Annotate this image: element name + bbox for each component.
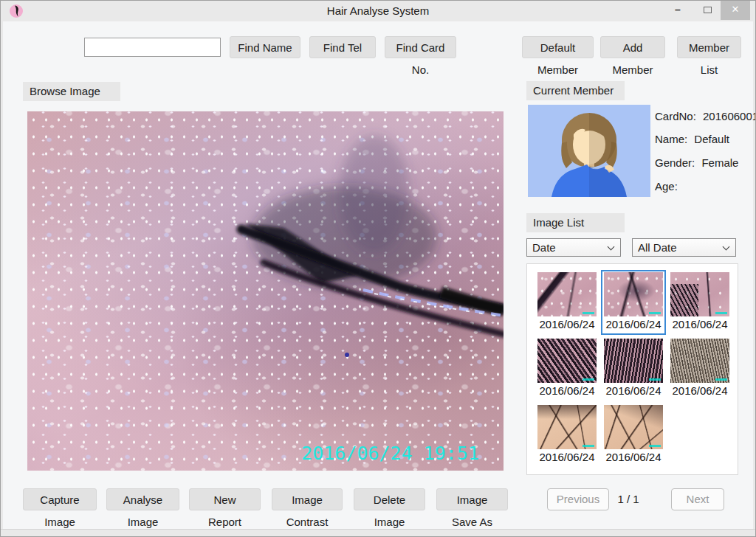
- thumbnail-7[interactable]: 2016/06/24: [535, 403, 599, 468]
- window-title: Hair Analyse System: [1, 1, 755, 21]
- next-button[interactable]: Next: [671, 488, 724, 510]
- thumbnail-panel: 2016/06/24 2016/06/24 2016/06/24 2016/06…: [526, 263, 738, 475]
- browse-image-label: Browse Image: [23, 82, 120, 101]
- member-name-row: Name: Default: [655, 133, 729, 146]
- thumbnail-5-image: [604, 339, 663, 383]
- chevron-down-icon: [608, 243, 615, 251]
- member-cardno-row: CardNo: 201606001: [655, 110, 756, 123]
- cardno-label: CardNo:: [655, 110, 696, 122]
- thumbnail-1[interactable]: 2016/06/24: [535, 270, 599, 335]
- search-input[interactable]: [84, 38, 221, 57]
- thumbnail-4-date: 2016/06/24: [535, 384, 599, 397]
- thumbnail-7-image: [537, 405, 597, 449]
- cardno-value: 201606001: [703, 110, 756, 122]
- thumbnail-3-date: 2016/06/24: [667, 318, 732, 330]
- find-name-button[interactable]: Find Name: [230, 36, 300, 58]
- new-report-button[interactable]: New Report: [189, 488, 261, 510]
- sort-dropdown[interactable]: Date: [526, 238, 621, 257]
- date-filter-value: All Date: [638, 241, 677, 254]
- chevron-down-icon: [723, 243, 730, 251]
- minimize-button[interactable]: –: [665, 1, 690, 20]
- image-save-as-button[interactable]: Image Save As: [436, 488, 508, 510]
- name-value: Default: [694, 133, 729, 145]
- app-window: Hair Analyse System – ✕ Find Name Find T…: [0, 0, 756, 537]
- thumbnail-4-image: [537, 339, 597, 383]
- thumbnail-6-date: 2016/06/24: [667, 384, 732, 397]
- close-button[interactable]: ✕: [721, 1, 750, 20]
- page-indicator: 1 / 1: [609, 488, 647, 510]
- analyse-image-button[interactable]: Analyse Image: [106, 488, 179, 510]
- gender-value: Female: [701, 156, 738, 169]
- thumbnail-5[interactable]: 2016/06/24: [601, 336, 666, 401]
- thumbnail-7-date: 2016/06/24: [535, 451, 599, 463]
- thumbnail-5-date: 2016/06/24: [601, 384, 666, 397]
- sort-dropdown-value: Date: [532, 241, 556, 254]
- maximize-icon: [704, 7, 712, 13]
- member-gender-row: Gender: Female: [655, 156, 738, 170]
- thumbnail-6-image: [670, 339, 729, 383]
- capture-image-button[interactable]: Capture Image: [23, 488, 97, 510]
- name-label: Name:: [655, 133, 687, 145]
- microscope-image: 2016/06/24 19:51: [27, 111, 504, 471]
- find-card-button[interactable]: Find Card No.: [385, 36, 456, 58]
- thumbnail-4[interactable]: 2016/06/24: [535, 336, 599, 401]
- titlebar: Hair Analyse System – ✕: [1, 1, 755, 21]
- thumbnail-2-selected[interactable]: 2016/06/24: [601, 270, 666, 335]
- thumbnail-8-image: [604, 405, 663, 449]
- thumbnail-3-image: [670, 272, 729, 316]
- thumbnail-2-date: 2016/06/24: [602, 318, 664, 330]
- find-tel-button[interactable]: Find Tel: [309, 36, 376, 58]
- member-age-row: Age:: [655, 180, 684, 193]
- image-contrast-button[interactable]: Image Contrast: [272, 488, 343, 510]
- previous-button[interactable]: Previous: [547, 488, 609, 510]
- thumbnail-6[interactable]: 2016/06/24: [667, 336, 732, 401]
- delete-image-button[interactable]: Delete Image: [354, 488, 425, 510]
- gender-label: Gender:: [655, 156, 695, 169]
- image-list-label: Image List: [526, 213, 625, 232]
- thumbnail-3[interactable]: 2016/06/24: [667, 270, 732, 335]
- thumbnail-1-date: 2016/06/24: [535, 318, 599, 330]
- window-frame-bottom: [1, 529, 755, 536]
- default-member-button[interactable]: Default Member: [522, 36, 594, 58]
- current-member-label: Current Member: [526, 81, 625, 100]
- image-timestamp: 2016/06/24 19:51: [301, 443, 479, 464]
- add-member-button[interactable]: Add Member: [600, 36, 665, 58]
- thumbnail-8[interactable]: 2016/06/24: [601, 403, 666, 468]
- date-filter-dropdown[interactable]: All Date: [632, 238, 736, 257]
- thumbnail-8-date: 2016/06/24: [601, 451, 666, 463]
- maximize-button[interactable]: [695, 1, 720, 20]
- hair-strands-overlay: 2016/06/24 19:51: [27, 111, 504, 471]
- member-list-button[interactable]: Member List: [677, 36, 741, 58]
- age-label: Age:: [655, 180, 678, 193]
- thumbnail-2-image: [604, 272, 663, 316]
- member-avatar: [528, 105, 650, 197]
- thumbnail-1-image: [537, 272, 597, 316]
